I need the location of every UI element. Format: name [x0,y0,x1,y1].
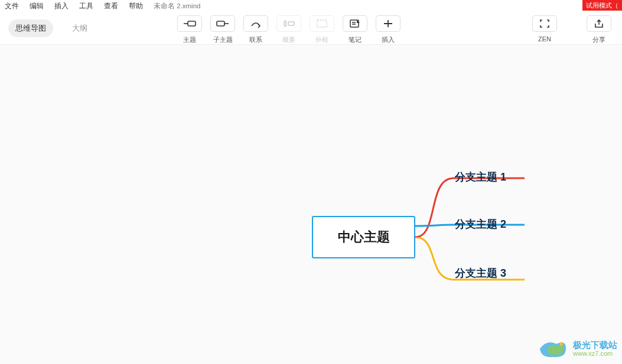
svg-rect-1 [217,21,224,26]
menu-view[interactable]: 查看 [104,1,118,11]
svg-rect-3 [317,20,327,27]
share-label: 分享 [592,35,605,44]
menu-edit[interactable]: 编辑 [30,1,44,11]
watermark-icon [535,337,569,360]
view-tabs: 思维导图 大纲 [0,19,95,37]
boundary-button[interactable]: 外框 [310,15,334,44]
zen-label: ZEN [538,35,551,42]
toolbar-bar: 思维导图 大纲 主题 子主题 [0,12,622,45]
toolbar-main: 主题 子主题 联系 [177,12,400,45]
tab-mindmap[interactable]: 思维导图 [8,19,53,37]
insert-label: 插入 [382,35,395,44]
relationship-label: 联系 [249,35,262,44]
menu-insert[interactable]: 插入 [54,1,69,11]
svg-point-5 [559,342,563,346]
summary-icon [276,15,301,32]
notes-button[interactable]: 笔记 [343,15,367,44]
topic-icon [177,15,202,32]
share-icon [587,15,611,32]
insert-icon [376,15,400,32]
subtopic-icon [210,15,235,32]
relationship-icon [243,15,268,32]
svg-rect-0 [188,21,196,26]
notes-label: 笔记 [349,35,362,44]
topic-button[interactable]: 主题 [177,15,202,44]
menu-file[interactable]: 文件 [5,1,19,11]
branch-topic-2[interactable]: 分支主题 2 [455,217,506,231]
menu-bar: 文件 编辑 插入 工具 查看 帮助 未命名 2.xmind 试用模式（ [0,0,622,12]
topic-label: 主题 [183,35,196,44]
filename-label: 未命名 2.xmind [154,2,200,11]
menu-tools[interactable]: 工具 [79,1,93,11]
summary-button[interactable]: 概要 [276,15,301,44]
zen-button[interactable]: ZEN [532,15,557,42]
watermark-title: 极光下载站 [573,340,617,350]
toolbar-right: ZEN 分享 [532,12,611,45]
share-button[interactable]: 分享 [587,15,611,44]
trial-mode-badge[interactable]: 试用模式（ [582,0,622,11]
tab-outline[interactable]: 大纲 [65,19,95,37]
branch-topic-1[interactable]: 分支主题 1 [455,170,506,184]
svg-rect-2 [288,22,294,25]
zen-icon [532,15,557,32]
boundary-label: 外框 [315,35,328,44]
mindmap-canvas[interactable]: 中心主题 分支主题 1 分支主题 2 分支主题 3 极光下载站 www.xz7.… [0,45,622,364]
subtopic-button[interactable]: 子主题 [210,15,235,44]
relationship-button[interactable]: 联系 [243,15,268,44]
insert-button[interactable]: 插入 [376,15,400,44]
watermark: 极光下载站 www.xz7.com [535,337,617,360]
subtopic-label: 子主题 [213,35,233,44]
notes-icon [343,15,367,32]
branch-topic-3[interactable]: 分支主题 3 [455,266,506,280]
summary-label: 概要 [282,35,295,44]
central-topic[interactable]: 中心主题 [312,216,415,258]
watermark-url: www.xz7.com [573,350,617,357]
boundary-icon [310,15,334,32]
menu-help[interactable]: 帮助 [129,1,143,11]
